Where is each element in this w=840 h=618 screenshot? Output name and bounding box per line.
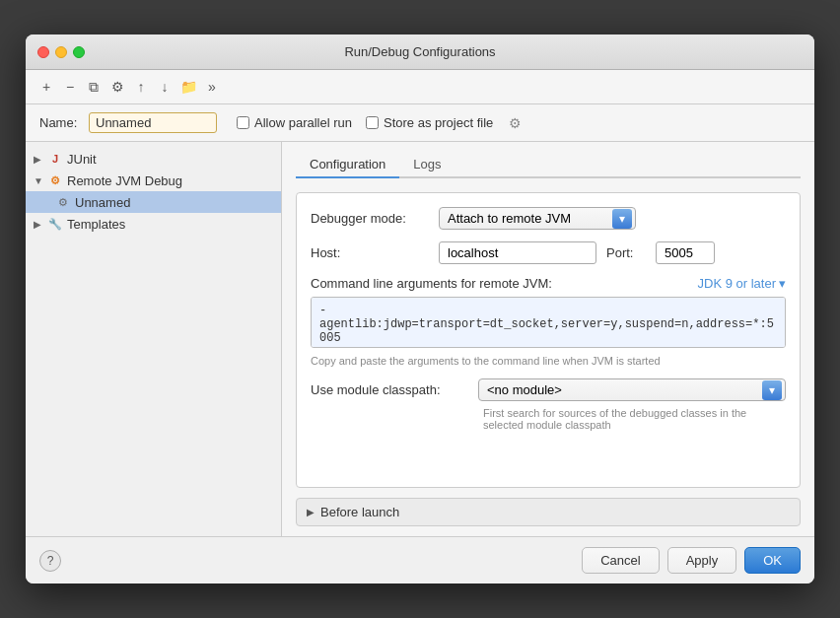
add-button[interactable]: +	[35, 76, 57, 98]
tab-logs[interactable]: Logs	[399, 152, 455, 178]
module-hint: First search for sources of the debugged…	[483, 407, 786, 431]
sidebar-item-unnamed[interactable]: ⚙ Unnamed	[26, 191, 281, 213]
jdk-link[interactable]: JDK 9 or later ▾	[698, 276, 786, 291]
templates-arrow: ▶	[34, 219, 47, 230]
up-button[interactable]: ↑	[130, 76, 152, 98]
sidebar: ▶ J JUnit ▼ ⚙ Remote JVM Debug ⚙ Unnamed…	[26, 142, 282, 536]
sidebar-item-remote-jvm[interactable]: ▼ ⚙ Remote JVM Debug	[26, 170, 281, 191]
help-button[interactable]: ?	[39, 550, 61, 572]
cmd-textarea[interactable]: -agentlib:jdwp=transport=dt_socket,serve…	[311, 297, 786, 348]
folder-button[interactable]: 📁	[177, 76, 199, 98]
copy-button[interactable]: ⧉	[83, 76, 105, 98]
window-title: Run/Debug Configurations	[344, 44, 495, 59]
debugger-mode-select[interactable]: Attach to remote JVM Listen to remote JV…	[439, 207, 636, 230]
close-button[interactable]	[37, 46, 49, 58]
store-project-label[interactable]: Store as project file	[366, 115, 493, 130]
tabs: Configuration Logs	[296, 152, 801, 178]
allow-parallel-label[interactable]: Allow parallel run	[237, 115, 352, 130]
down-button[interactable]: ↓	[154, 76, 175, 98]
settings-button[interactable]: ⚙	[106, 76, 128, 98]
tab-configuration[interactable]: Configuration	[296, 152, 399, 178]
host-label: Host:	[311, 245, 429, 260]
toolbar: + − ⧉ ⚙ ↑ ↓ 📁 »	[26, 70, 814, 104]
store-project-checkbox[interactable]	[366, 116, 379, 129]
main-window: Run/Debug Configurations + − ⧉ ⚙ ↑ ↓ 📁 »…	[26, 34, 814, 584]
allow-parallel-checkbox[interactable]	[237, 116, 249, 129]
cmd-row: Command line arguments for remote JVM: J…	[311, 276, 786, 291]
remove-button[interactable]: −	[59, 76, 81, 98]
templates-icon: 🔧	[47, 216, 63, 232]
junit-icon: J	[47, 151, 63, 167]
footer-right: Cancel Apply OK	[582, 547, 801, 574]
footer-left: ?	[39, 550, 61, 572]
help-icon: ?	[47, 554, 54, 568]
before-launch[interactable]: ▶ Before launch	[296, 498, 801, 526]
jdk-arrow-icon: ▾	[779, 276, 786, 291]
apply-button[interactable]: Apply	[667, 547, 737, 574]
maximize-button[interactable]	[73, 46, 85, 58]
module-row: Use module classpath: <no module>	[311, 378, 786, 401]
module-select-wrapper: <no module>	[478, 378, 786, 401]
name-label: Name:	[39, 115, 79, 130]
footer: ? Cancel Apply OK	[26, 536, 814, 584]
ok-button[interactable]: OK	[744, 547, 801, 574]
remote-jvm-label: Remote JVM Debug	[67, 173, 182, 188]
remote-jvm-arrow: ▼	[34, 175, 47, 186]
cmd-hint: Copy and paste the arguments to the comm…	[311, 355, 786, 367]
templates-label: Templates	[67, 217, 125, 232]
traffic-lights	[37, 46, 85, 58]
before-launch-arrow: ▶	[307, 507, 315, 517]
debugger-mode-label: Debugger mode:	[311, 211, 429, 226]
before-launch-label: Before launch	[320, 505, 399, 519]
module-select[interactable]: <no module>	[478, 378, 786, 401]
cancel-button[interactable]: Cancel	[582, 547, 659, 574]
port-label: Port:	[606, 245, 646, 260]
host-input[interactable]	[439, 241, 596, 264]
titlebar: Run/Debug Configurations	[26, 34, 814, 70]
junit-arrow: ▶	[34, 154, 47, 165]
unnamed-icon: ⚙	[55, 194, 71, 210]
gear-icon[interactable]: ⚙	[509, 115, 522, 131]
name-row: Name: Allow parallel run Store as projec…	[26, 104, 814, 142]
module-label: Use module classpath:	[311, 382, 468, 397]
config-section: Debugger mode: Attach to remote JVM List…	[296, 192, 801, 488]
name-options: Allow parallel run Store as project file…	[237, 115, 522, 131]
name-input[interactable]	[89, 112, 217, 133]
sidebar-item-junit[interactable]: ▶ J JUnit	[26, 148, 281, 170]
sidebar-item-templates[interactable]: ▶ 🔧 Templates	[26, 213, 281, 235]
debugger-mode-wrapper: Attach to remote JVM Listen to remote JV…	[439, 207, 636, 230]
cmd-label: Command line arguments for remote JVM:	[311, 276, 552, 291]
config-panel: Configuration Logs Debugger mode: Attach…	[282, 142, 814, 536]
more-button[interactable]: »	[201, 76, 223, 98]
port-input[interactable]	[656, 241, 715, 264]
minimize-button[interactable]	[55, 46, 67, 58]
host-port-row: Host: Port:	[311, 241, 786, 264]
unnamed-label: Unnamed	[75, 195, 130, 210]
junit-label: JUnit	[67, 152, 97, 167]
debugger-mode-row: Debugger mode: Attach to remote JVM List…	[311, 207, 786, 230]
main-content: ▶ J JUnit ▼ ⚙ Remote JVM Debug ⚙ Unnamed…	[26, 142, 814, 536]
remote-jvm-icon: ⚙	[47, 172, 63, 188]
